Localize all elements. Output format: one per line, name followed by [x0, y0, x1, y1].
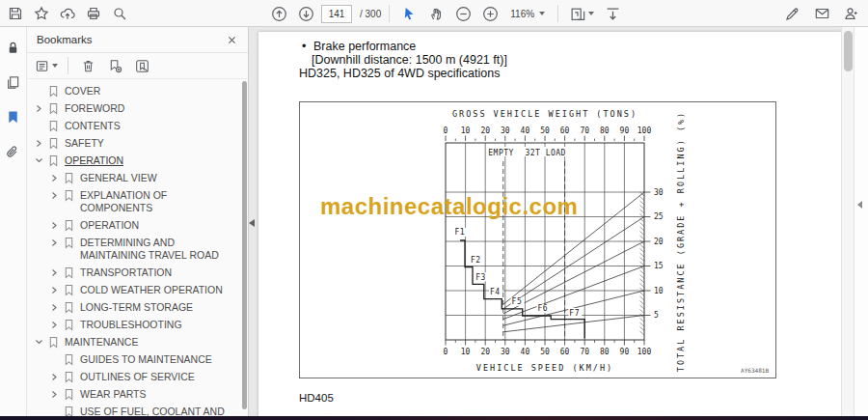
bookmark-label[interactable]: OPERATION	[80, 219, 239, 232]
left-rail	[0, 27, 27, 416]
zoom-level-select[interactable]: 116%	[505, 4, 550, 23]
page-scrolling-button[interactable]	[601, 2, 624, 25]
bookmark-item[interactable]: GUIDES TO MAINTENANCE	[27, 350, 241, 368]
bookmark-label[interactable]: GUIDES TO MAINTENANCE	[80, 353, 239, 366]
find-button[interactable]	[108, 2, 131, 25]
save-button[interactable]	[4, 2, 27, 25]
bookmark-icon	[48, 120, 61, 132]
bookmark-item[interactable]: DETERMINING AND MAINTAINING TRAVEL ROAD	[27, 234, 241, 264]
bookmark-label[interactable]: SAFETY	[65, 137, 239, 150]
bookmark-label[interactable]: EXPLANATION OF COMPONENTS	[80, 189, 239, 214]
page-down-button[interactable]	[294, 2, 317, 25]
bookmark-label[interactable]: COLD WEATHER OPERATION	[80, 284, 239, 296]
svg-text:5: 5	[654, 311, 659, 320]
bookmark-item[interactable]: FOREWORD	[27, 99, 241, 117]
upload-button[interactable]	[56, 2, 79, 25]
bookmark-label[interactable]: TRANSPORTATION	[80, 266, 239, 279]
star-button[interactable]	[30, 2, 53, 25]
bookmark-label[interactable]: OPERATION	[65, 154, 239, 167]
zoom-out-button[interactable]	[451, 2, 475, 25]
close-panel-button[interactable]	[223, 31, 240, 48]
bookmark-item[interactable]: TRANSPORTATION	[27, 264, 241, 281]
scrollbar-thumb[interactable]	[844, 31, 853, 71]
chevron-right-icon[interactable]	[48, 266, 60, 279]
bookmark-label[interactable]: MAINTENANCE	[65, 336, 239, 349]
chevron-down-icon	[35, 156, 43, 164]
bookmarks-panel-button[interactable]	[3, 106, 24, 127]
bookmark-item[interactable]: OPERATION	[27, 216, 241, 234]
svg-text:30: 30	[501, 348, 510, 356]
bookmark-item[interactable]: COLD WEATHER OPERATION	[27, 281, 241, 298]
bookmark-label[interactable]: USE OF FUEL, COOLANT AND LUBRICANTS ACCO…	[80, 406, 239, 417]
select-tool-button[interactable]	[397, 2, 420, 25]
bookmark-item[interactable]: OUTLINES OF SERVICE	[27, 368, 241, 385]
chevron-right-icon[interactable]	[48, 237, 60, 249]
bookmark-item[interactable]: SAFETY	[27, 134, 241, 152]
bookmark-label[interactable]: FOREWORD	[65, 102, 239, 115]
chevron-down-icon[interactable]	[33, 154, 44, 167]
page-number-input[interactable]: 141	[321, 5, 352, 23]
send-mail-button[interactable]	[810, 2, 833, 25]
bookmark-item[interactable]: LONG-TERM STORAGE	[27, 298, 241, 316]
bullet-marker: •	[302, 40, 306, 53]
bookmark-icon	[64, 266, 76, 279]
print-button[interactable]	[82, 2, 105, 25]
bookmark-label[interactable]: LONG-TERM STORAGE	[80, 301, 239, 314]
bookmark-icon	[64, 189, 74, 202]
bookmark-label[interactable]: DETERMINING AND MAINTAINING TRAVEL ROAD	[80, 237, 239, 262]
bookmark-label[interactable]: GENERAL VIEW	[80, 172, 239, 184]
bookmark-options-button[interactable]	[33, 54, 60, 77]
bookmark-label[interactable]: COVER	[65, 85, 239, 98]
hand-tool-button[interactable]	[424, 2, 448, 25]
bookmark-item[interactable]: CONTENTS	[27, 117, 241, 134]
new-bookmark-button[interactable]	[103, 54, 126, 77]
chevron-right-icon[interactable]	[48, 319, 60, 331]
chevron-right-icon[interactable]	[48, 284, 60, 296]
chevron-right-icon[interactable]	[48, 301, 60, 314]
chevron-down-icon[interactable]	[33, 336, 44, 349]
chevron-right-icon	[50, 191, 58, 200]
document-scrollbar[interactable]	[841, 27, 854, 416]
bookmark-icon	[48, 336, 61, 349]
bookmark-item[interactable]: MAINTENANCE	[27, 333, 241, 350]
bookmark-item[interactable]: EXPLANATION OF COMPONENTS	[27, 186, 241, 216]
page-thumbnails-button[interactable]	[3, 71, 24, 93]
bookmark-item[interactable]: TROUBLESHOOTING	[27, 316, 241, 333]
chevron-right-icon[interactable]	[48, 189, 60, 202]
chevron-right-icon[interactable]	[33, 137, 44, 150]
chevron-placeholder	[48, 353, 60, 366]
page-up-button[interactable]	[267, 2, 290, 25]
bookmark-item[interactable]: GENERAL VIEW	[27, 169, 241, 186]
fit-page-button[interactable]	[566, 2, 597, 25]
bookmark-item[interactable]: WEAR PARTS	[27, 385, 241, 403]
protection-button[interactable]	[3, 37, 24, 58]
search-icon	[112, 6, 127, 21]
chevron-right-icon[interactable]	[48, 219, 60, 232]
chevron-right-icon[interactable]	[48, 371, 60, 383]
bookmark-icon	[64, 353, 74, 366]
fill-sign-button[interactable]	[781, 2, 804, 25]
collapse-sidebar-button[interactable]	[249, 215, 258, 231]
delete-bookmark-button[interactable]	[76, 54, 99, 77]
attachments-button[interactable]	[3, 141, 24, 162]
bookmark-icon	[48, 120, 59, 132]
bookmark-label[interactable]: CONTENTS	[65, 120, 239, 132]
share-people-button[interactable]	[839, 2, 862, 25]
doc-spec-line: HD325, HD325 of 4WD specifications	[299, 67, 500, 80]
chevron-right-icon[interactable]	[48, 172, 60, 184]
chevron-right-icon[interactable]	[48, 388, 60, 401]
bookmark-item[interactable]: COVER	[27, 82, 241, 99]
brake-performance-chart: 0102030405060708090100GROSS VEHICLE WEIG…	[299, 101, 776, 378]
bookmark-label[interactable]: TROUBLESHOOTING	[80, 319, 239, 331]
bookmark-label[interactable]: WEAR PARTS	[80, 388, 239, 401]
bookmark-label[interactable]: OUTLINES OF SERVICE	[80, 371, 239, 383]
chevron-left-icon[interactable]	[857, 201, 862, 209]
fit-page-icon	[570, 6, 586, 22]
svg-text:50: 50	[540, 348, 550, 356]
zoom-in-button[interactable]	[478, 2, 502, 25]
expand-current-bookmark-button[interactable]	[130, 54, 153, 77]
panel-scrollbar[interactable]	[242, 81, 247, 409]
bookmark-item[interactable]: USE OF FUEL, COOLANT AND LUBRICANTS ACCO…	[27, 403, 241, 416]
chevron-right-icon[interactable]	[33, 102, 44, 115]
bookmark-item[interactable]: OPERATION	[27, 152, 241, 169]
